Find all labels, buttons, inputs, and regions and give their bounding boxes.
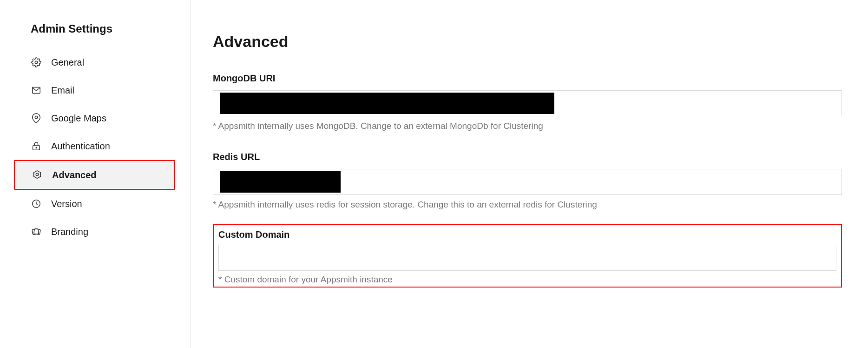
sidebar-divider (29, 259, 171, 259)
lock-icon (31, 141, 42, 152)
highlighted-section: Custom Domain * Custom domain for your A… (213, 224, 842, 288)
sidebar-item-label: Authentication (51, 141, 110, 152)
field-help: * Appsmith internally uses redis for ses… (213, 200, 842, 210)
sidebar-item-general[interactable]: General (29, 48, 171, 76)
svg-point-5 (36, 173, 39, 176)
redacted-value (220, 171, 341, 193)
sidebar-item-advanced[interactable]: Advanced (14, 160, 175, 190)
svg-point-4 (36, 147, 37, 148)
field-label: Redis URL (213, 152, 842, 162)
clock-icon (31, 198, 42, 209)
redacted-value (220, 93, 554, 114)
sidebar-item-email[interactable]: Email (29, 76, 171, 104)
sidebar: Admin Settings General Email Google Maps… (0, 0, 191, 348)
palette-icon (31, 226, 42, 237)
map-pin-icon (31, 113, 42, 124)
field-custom-domain: Custom Domain * Custom domain for your A… (218, 229, 836, 285)
sidebar-item-branding[interactable]: Branding (29, 218, 171, 246)
sidebar-item-google-maps[interactable]: Google Maps (29, 104, 171, 132)
main-content: Advanced MongoDB URI * Appsmith internal… (191, 0, 868, 348)
sidebar-item-version[interactable]: Version (29, 190, 171, 218)
sidebar-item-label: Branding (51, 227, 88, 237)
field-label: Custom Domain (218, 229, 836, 240)
field-redis-url: Redis URL * Appsmith internally uses red… (213, 152, 842, 210)
sidebar-item-label: Email (51, 85, 74, 96)
page-title: Advanced (213, 33, 842, 51)
svg-point-2 (35, 116, 38, 119)
mongodb-uri-input[interactable] (213, 90, 842, 116)
hexagon-icon (32, 169, 43, 181)
sidebar-item-label: Advanced (52, 170, 97, 181)
sidebar-item-label: Google Maps (51, 113, 106, 124)
field-mongodb-uri: MongoDB URI * Appsmith internally uses M… (213, 73, 842, 131)
field-label: MongoDB URI (213, 73, 842, 84)
svg-point-0 (35, 61, 38, 64)
field-help: * Appsmith internally uses MongoDB. Chan… (213, 121, 842, 131)
sidebar-item-label: General (51, 57, 84, 68)
sidebar-item-authentication[interactable]: Authentication (29, 132, 171, 160)
field-help: * Custom domain for your Appsmith instan… (218, 274, 836, 285)
mail-icon (31, 85, 42, 96)
sidebar-title: Admin Settings (29, 22, 171, 35)
custom-domain-input[interactable] (218, 245, 836, 271)
sidebar-item-label: Version (51, 199, 82, 209)
redis-url-input[interactable] (213, 169, 842, 195)
gear-icon (31, 57, 42, 68)
